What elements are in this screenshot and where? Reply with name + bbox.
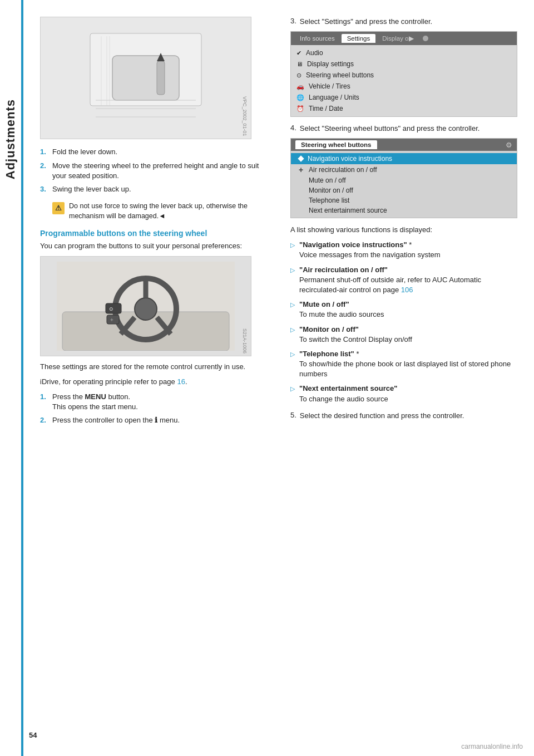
diamond-icon [298,156,304,162]
swb-item-air: + Air recirculation on / off [291,164,517,175]
svg-rect-2 [157,61,165,95]
step-item: 2. Move the steering wheel to the prefer… [40,161,274,181]
swb-item-entertainment: Next entertainment source [291,205,517,215]
step-item: 1. Fold the lever down. [40,147,274,158]
swb-item-telephone: Telephone list [291,195,517,205]
steps-list-2: 1. Press the MENU button.This opens the … [40,392,274,426]
list-item-mute: ▷ "Mute on / off" To mute the audio sour… [290,300,517,320]
intro-text: You can program the buttons to suit your… [40,241,274,252]
storage-text: These settings are stored for the remote… [40,362,274,372]
settings-menu-image: Info sources Settings Display o▶ ✔ Audio… [290,31,517,117]
step3-container: 3. Select "Settings" and press the contr… [290,17,517,27]
sidebar-label: Adjustments [0,45,21,234]
function-list: ▷ "Navigation voice instructions" * Voic… [290,240,517,404]
image-caption-2: S21A-1006 [242,328,248,354]
menu-dot-icon [423,36,428,41]
step4-container: 4. Select "Steering wheel buttons" and p… [290,124,517,134]
svg-text:+: + [110,317,113,323]
tab-display: Display o▶ [377,33,419,43]
steps-list-1: 1. Fold the lever down. 2. Move the stee… [40,147,274,195]
tab-info-sources: Info sources [294,34,340,43]
main-content: VPC_2002_01-01 1. Fold the lever down. 2… [29,0,534,449]
idrive-text: iDrive, for operating principle refer to… [40,377,274,387]
step-item: 1. Press the MENU button.This opens the … [40,392,274,412]
bullet-arrow-icon: ▷ [290,241,296,260]
swb-item-mute: Mute on / off [291,175,517,185]
menu-item-display: 🖥 Display settings [291,58,517,70]
swb-header: Steering wheel buttons ⚙ [291,139,517,151]
menu-item-language: 🌐 Language / Units [291,92,517,103]
right-column: 3. Select "Settings" and press the contr… [290,17,517,433]
list-item-monitor: ▷ "Monitor on / off" To switch the Contr… [290,325,517,345]
bullet-arrow-icon: ▷ [290,385,296,404]
menu-items-list: ✔ Audio 🖥 Display settings ⊙ Steering wh… [291,45,517,116]
list-item-entertainment: ▷ "Next entertainment source" To change … [290,384,517,404]
step5-container: 5. Select the desired function and press… [290,411,517,421]
svg-rect-1 [112,56,179,100]
swb-items-list: Navigation voice instructions + Air reci… [291,151,517,218]
warning-text: Do not use force to swing the lever back… [69,202,274,221]
svg-text:⊙: ⊙ [109,306,113,312]
swb-item-monitor: Monitor on / off [291,185,517,195]
left-column: VPC_2002_01-01 1. Fold the lever down. 2… [40,17,274,433]
step-item: 3. Swing the lever back up. [40,184,274,195]
bullet-arrow-icon: ▷ [290,326,296,345]
list-item-air: ▷ "Air recirculation on / off" Permanent… [290,265,517,296]
step-item: 2. Press the controller to open the ℹ me… [40,415,274,426]
watermark: carmanualonline.info [461,743,523,750]
plus-icon: + [299,165,304,174]
swb-menu-image: Steering wheel buttons ⚙ Navigation voic… [290,138,517,218]
menu-tab-bar: Info sources Settings Display o▶ [291,32,517,45]
section-heading: Programmable buttons on the steering whe… [40,229,274,238]
warning-icon: ⚠ [52,202,65,214]
swb-item-nav: Navigation voice instructions [291,153,517,164]
steering-wheel-image: ⊙ + S21A-1006 [40,256,251,356]
menu-item-steering: ⊙ Steering wheel buttons [291,70,517,81]
swb-icon: ⚙ [506,141,512,149]
list-intro: A list showing various functions is disp… [290,225,517,235]
swb-title: Steering wheel buttons [295,140,377,149]
page-number: 54 [29,731,37,739]
menu-item-vehicle: 🚗 Vehicle / Tires [291,81,517,92]
list-item-telephone: ▷ "Telephone list" * To show/hide the ph… [290,349,517,380]
svg-point-13 [135,298,157,320]
list-item-nav: ▷ "Navigation voice instructions" * Voic… [290,240,517,260]
bullet-arrow-icon: ▷ [290,266,296,296]
bullet-arrow-icon: ▷ [290,350,296,380]
blue-accent-bar [21,0,23,756]
tab-settings: Settings [342,34,376,43]
warning-box: ⚠ Do not use force to swing the lever ba… [52,202,274,221]
svg-rect-17 [106,303,121,313]
menu-item-time: ⏰ Time / Date [291,103,517,114]
image-caption-1: VPC_2002_01-01 [242,96,248,136]
lever-image: VPC_2002_01-01 [40,17,251,139]
menu-item-audio: ✔ Audio [291,47,517,58]
bullet-arrow-icon: ▷ [290,301,296,320]
